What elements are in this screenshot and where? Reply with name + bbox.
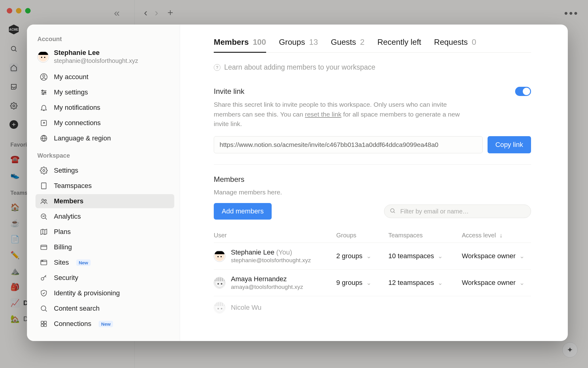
table-row-truncated: Nicole Wu [214,296,531,319]
sidebar-item-connections[interactable]: Connections New [36,317,174,331]
svg-line-37 [45,310,47,312]
svg-line-43 [394,212,395,213]
teamspaces-dropdown[interactable]: 12 teamspaces⌄ [388,279,462,287]
people-icon [40,197,48,205]
groups-value: 9 groups [336,279,363,287]
add-members-button[interactable]: Add members [214,203,272,220]
reset-link[interactable]: reset the link [305,111,341,118]
access-dropdown[interactable]: Workspace owner⌄ [462,252,531,260]
tab-recently-left[interactable]: Recently left [377,37,421,52]
invite-link-input[interactable]: https://www.notion.so/acmesite/invite/c4… [214,136,483,153]
svg-point-23 [42,199,44,201]
svg-point-24 [45,200,47,201]
chevron-down-icon: ⌄ [438,279,443,286]
svg-point-6 [43,75,45,77]
section-workspace: Workspace [37,152,172,159]
key-icon [40,274,48,282]
filter-wrap [384,205,531,218]
sidebar-item-label: Members [54,197,84,205]
svg-point-34 [43,261,43,261]
sidebar-item-members[interactable]: Members [36,194,174,208]
sidebar-item-content-search[interactable]: Content search [36,301,174,316]
sidebar-item-plans[interactable]: Plans [36,225,174,239]
sidebar-item-settings[interactable]: Settings [36,163,174,178]
sidebar-item-label: Settings [54,167,78,174]
filter-input[interactable] [384,205,531,218]
sidebar-item-billing[interactable]: Billing [36,240,174,254]
profile-row[interactable]: Stephanie Lee stephanie@toolsforthought.… [36,47,174,70]
user-name: Nicole Wu [231,304,262,312]
sliders-icon [40,88,48,96]
sidebar-item-label: Connections [54,320,91,328]
table-row: Stephanie Lee (You) stephanie@toolsforth… [214,243,531,270]
table-row: Amaya Hernandez amaya@toolsforthought.xy… [214,270,531,296]
svg-point-33 [42,261,42,261]
avatar [214,302,225,313]
tab-count: 100 [253,37,266,47]
sidebar-item-analytics[interactable]: Analytics [36,209,174,224]
access-value: Workspace owner [462,252,516,260]
members-table: User Groups Teamspaces Access level ↓ St… [214,228,531,319]
sidebar-item-my-account[interactable]: My account [36,70,174,84]
sidebar-item-my-notifications[interactable]: My notifications [36,101,174,115]
tab-requests[interactable]: Requests 0 [434,37,476,52]
tab-members[interactable]: Members 100 [214,37,266,52]
svg-point-15 [43,170,45,172]
learn-link[interactable]: ? Learn about adding members to your wor… [214,63,531,71]
avatar [37,51,49,63]
access-value: Workspace owner [462,279,516,287]
svg-line-26 [45,218,47,220]
sidebar-item-label: My notifications [54,104,100,112]
grid-icon [40,320,48,328]
user-email: stephanie@toolsforthought.xyz [231,257,311,264]
sidebar-item-teamspaces[interactable]: Teamspaces [36,179,174,193]
sidebar-item-label: Teamspaces [54,182,92,190]
help-icon: ? [214,64,221,71]
sort-down-icon: ↓ [499,232,503,239]
members-title: Members [214,175,531,184]
sidebar-item-sites[interactable]: Sites New [36,255,174,270]
tab-label: Groups [279,37,305,47]
shield-icon [40,289,48,297]
browser-icon [40,259,48,266]
settings-sidebar: Account Stephanie Lee stephanie@toolsfor… [27,25,180,341]
avatar [214,250,225,262]
col-groups[interactable]: Groups [336,232,388,239]
bell-icon [40,104,48,112]
svg-point-35 [41,278,44,280]
access-dropdown[interactable]: Workspace owner⌄ [462,279,531,287]
chart-icon [40,213,48,220]
user-name: Stephanie Lee (You) [231,248,311,256]
groups-dropdown[interactable]: 2 groups⌄ [336,252,388,260]
tab-groups[interactable]: Groups 13 [279,37,318,52]
chevron-down-icon: ⌄ [519,279,525,286]
col-access[interactable]: Access level ↓ [462,232,531,239]
col-user[interactable]: User [214,232,336,239]
sidebar-item-label: Identity & provisioning [54,289,120,297]
sidebar-item-identity[interactable]: Identity & provisioning [36,286,174,300]
sidebar-item-label: My settings [54,88,88,96]
tab-count: 0 [472,37,476,47]
divider [214,164,531,165]
sidebar-item-language-region[interactable]: Language & region [36,131,174,145]
member-tabs: Members 100Groups 13Guests 2Recently lef… [214,37,531,53]
learn-text: Learn about adding members to your works… [224,63,375,71]
gear-icon [40,167,48,174]
invite-link-toggle[interactable] [515,87,531,96]
tab-guests[interactable]: Guests 2 [331,37,364,52]
svg-point-42 [390,209,394,212]
sidebar-item-my-settings[interactable]: My settings [36,85,174,99]
chevron-down-icon: ⌄ [438,252,443,260]
sidebar-item-my-connections[interactable]: My connections [36,116,174,130]
chevron-down-icon: ⌄ [366,252,371,260]
invite-description: Share this secret link to invite people … [214,100,468,129]
globe-icon [40,134,48,142]
teamspaces-dropdown[interactable]: 10 teamspaces⌄ [388,252,462,260]
tab-label: Guests [331,37,356,47]
tab-label: Members [214,37,249,47]
groups-value: 2 groups [336,252,363,260]
col-teamspaces[interactable]: Teamspaces [388,232,462,239]
copy-link-button[interactable]: Copy link [488,136,531,153]
groups-dropdown[interactable]: 9 groups⌄ [336,279,388,287]
sidebar-item-security[interactable]: Security [36,271,174,285]
